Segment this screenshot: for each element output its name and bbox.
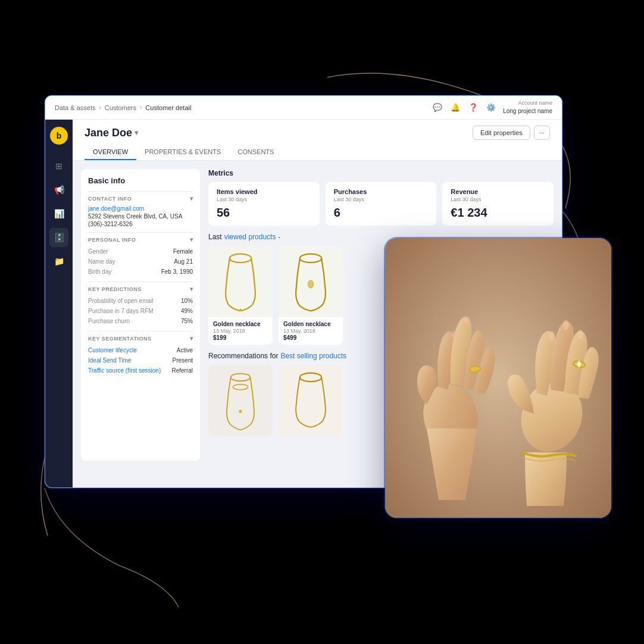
metrics-section: Metrics Items viewed Last 30 days 56 Pur… bbox=[208, 169, 554, 226]
personal-nameday-row: Name day Aug 21 bbox=[88, 257, 193, 267]
segmentations-label: KEY SEGMENTATIONS bbox=[88, 336, 152, 342]
birthday-value: Feb 3, 1990 bbox=[161, 268, 193, 275]
last-viewed-dot: • bbox=[278, 235, 280, 240]
product-img-1 bbox=[208, 246, 273, 317]
contact-info-header[interactable]: CONTACT INFO ▾ bbox=[88, 191, 193, 205]
breadcrumb-item-data[interactable]: Data & assets bbox=[55, 104, 95, 111]
basic-info-title: Basic info bbox=[88, 176, 193, 185]
seg-lifecycle-label[interactable]: Customer lifecycle bbox=[88, 347, 137, 354]
nameday-label: Name day bbox=[88, 258, 115, 265]
reco-prefix: Recommendations for bbox=[208, 352, 278, 360]
pred-purchase-rfm-value: 49% bbox=[181, 308, 193, 314]
product-card-2[interactable]: Golden necklace 13 May, 2018 $499 bbox=[279, 246, 343, 345]
product-date-2: 13 May, 2018 bbox=[283, 328, 338, 334]
svg-point-17 bbox=[563, 320, 569, 330]
svg-point-0 bbox=[230, 254, 251, 263]
breadcrumb-item-current: Customer detail bbox=[145, 104, 191, 111]
metric-items-value: 56 bbox=[217, 206, 311, 220]
reco-link[interactable]: Best selling products bbox=[280, 352, 346, 360]
account-info[interactable]: Account name Long project name bbox=[503, 100, 552, 115]
pred-purchase-rfm-row: Purchase in 7 days RFM 49% bbox=[88, 306, 193, 316]
help-icon[interactable]: ❓ bbox=[467, 102, 479, 114]
product-card-1[interactable]: Golden necklace 13 May, 2018 $199 bbox=[208, 246, 273, 345]
necklace-svg-1 bbox=[220, 252, 261, 311]
personal-info-label: PERSONAL INFO bbox=[88, 237, 136, 243]
product-price-1: $199 bbox=[213, 334, 268, 341]
product-name-2: Golden necklace bbox=[283, 321, 338, 327]
reco-product-card-1[interactable] bbox=[208, 365, 273, 436]
svg-point-4 bbox=[231, 374, 251, 382]
settings-icon[interactable]: ⚙️ bbox=[485, 102, 497, 114]
last-viewed-prefix: Last bbox=[208, 233, 222, 241]
header-buttons: Edit properties ··· bbox=[473, 126, 550, 140]
svg-point-10 bbox=[470, 365, 481, 373]
seg-traffic-label[interactable]: Traffic source (first session) bbox=[88, 367, 161, 374]
sidebar-logo: b bbox=[50, 127, 68, 145]
top-header: Data & assets › Customers › Customer det… bbox=[45, 96, 562, 120]
chat-icon[interactable]: 💬 bbox=[432, 102, 443, 114]
customer-name: Jane Doe ▾ bbox=[85, 127, 138, 139]
metric-purchases-name: Purchases bbox=[334, 188, 429, 195]
customer-chevron-icon[interactable]: ▾ bbox=[135, 129, 138, 137]
contact-info-label: CONTACT INFO bbox=[88, 196, 132, 202]
svg-point-2 bbox=[300, 254, 321, 263]
product-info-2: Golden necklace 13 May, 2018 $499 bbox=[279, 317, 343, 345]
bell-icon[interactable]: 🔔 bbox=[449, 102, 461, 114]
svg-point-6 bbox=[239, 409, 242, 412]
tab-overview[interactable]: OVERVIEW bbox=[85, 145, 136, 160]
pred-open-email-value: 10% bbox=[181, 298, 193, 304]
gender-value: Female bbox=[173, 248, 193, 255]
more-button[interactable]: ··· bbox=[534, 126, 550, 140]
svg-point-7 bbox=[300, 373, 321, 382]
reco-product-card-2[interactable] bbox=[279, 365, 343, 436]
metric-card-revenue: Revenue Last 30 days €1 234 bbox=[442, 182, 554, 226]
svg-point-16 bbox=[549, 332, 555, 341]
metric-revenue-name: Revenue bbox=[451, 188, 545, 195]
sidebar-icon-data[interactable]: 🗄️ bbox=[49, 228, 68, 247]
breadcrumb-sep-1: › bbox=[99, 104, 101, 111]
pred-churn-label: Purchase churn bbox=[88, 318, 130, 324]
customer-email[interactable]: jane.doe@gmail.com bbox=[88, 205, 193, 212]
svg-point-12 bbox=[464, 316, 470, 324]
predictions-header[interactable]: KEY PREDICTIONS ▾ bbox=[88, 282, 193, 296]
tab-properties[interactable]: PROPERTIES & EVENTS bbox=[136, 145, 229, 160]
metrics-title: Metrics bbox=[208, 169, 554, 177]
last-viewed-link[interactable]: viewed products bbox=[224, 233, 276, 241]
product-name-1: Golden necklace bbox=[213, 321, 268, 327]
personal-info-header[interactable]: PERSONAL INFO ▾ bbox=[88, 232, 193, 246]
seg-lifecycle-row: Customer lifecycle Active bbox=[88, 345, 193, 355]
edit-properties-button[interactable]: Edit properties bbox=[473, 126, 530, 140]
tab-consents[interactable]: CONSENTS bbox=[229, 145, 282, 160]
birthday-label: Birth day bbox=[88, 268, 111, 275]
product-price-2: $499 bbox=[283, 334, 338, 341]
sidebar-icon-broadcast[interactable]: 📢 bbox=[49, 180, 68, 199]
personal-chevron-icon: ▾ bbox=[190, 236, 193, 243]
seg-traffic-row: Traffic source (first session) Referral bbox=[88, 365, 193, 376]
breadcrumb-sep-2: › bbox=[140, 104, 142, 111]
metric-items-name: Items viewed bbox=[217, 188, 311, 195]
sidebar: b ⊞ 📢 📊 🗄️ 📁 bbox=[45, 120, 73, 487]
customer-address: 5292 Stevens Creek Blvd, CA, USA bbox=[88, 212, 193, 221]
reco-product-img-2 bbox=[279, 365, 343, 436]
sidebar-icon-dashboard[interactable]: ⊞ bbox=[49, 157, 68, 176]
nameday-value: Aug 21 bbox=[174, 258, 193, 265]
segmentations-header[interactable]: KEY SEGMENTATIONS ▾ bbox=[88, 331, 193, 345]
necklace-svg-2 bbox=[290, 252, 332, 311]
customer-tabs: OVERVIEW PROPERTIES & EVENTS CONSENTS bbox=[85, 145, 550, 160]
customer-phone: (306)-3212-6326 bbox=[88, 221, 193, 227]
breadcrumb-item-customers[interactable]: Customers bbox=[105, 104, 136, 111]
seg-sendtime-label[interactable]: Ideal Send Time bbox=[88, 357, 131, 364]
product-info-1: Golden necklace 13 May, 2018 $199 bbox=[208, 317, 273, 345]
reco-necklace-svg-1 bbox=[220, 371, 261, 430]
metric-revenue-period: Last 30 days bbox=[451, 196, 545, 202]
basic-info-panel: Basic info CONTACT INFO ▾ jane.doe@gmail… bbox=[81, 169, 200, 461]
reco-product-img-1 bbox=[208, 365, 273, 436]
gender-label: Gender bbox=[88, 248, 108, 255]
seg-sendtime-value: Present bbox=[173, 357, 193, 364]
sidebar-icon-analytics[interactable]: 📊 bbox=[49, 204, 68, 223]
sidebar-icon-folder[interactable]: 📁 bbox=[49, 252, 68, 271]
metric-card-purchases: Purchases Last 30 days 6 bbox=[326, 182, 437, 226]
svg-point-5 bbox=[233, 384, 248, 390]
svg-point-3 bbox=[308, 280, 313, 288]
pred-churn-value: 75% bbox=[181, 318, 193, 324]
